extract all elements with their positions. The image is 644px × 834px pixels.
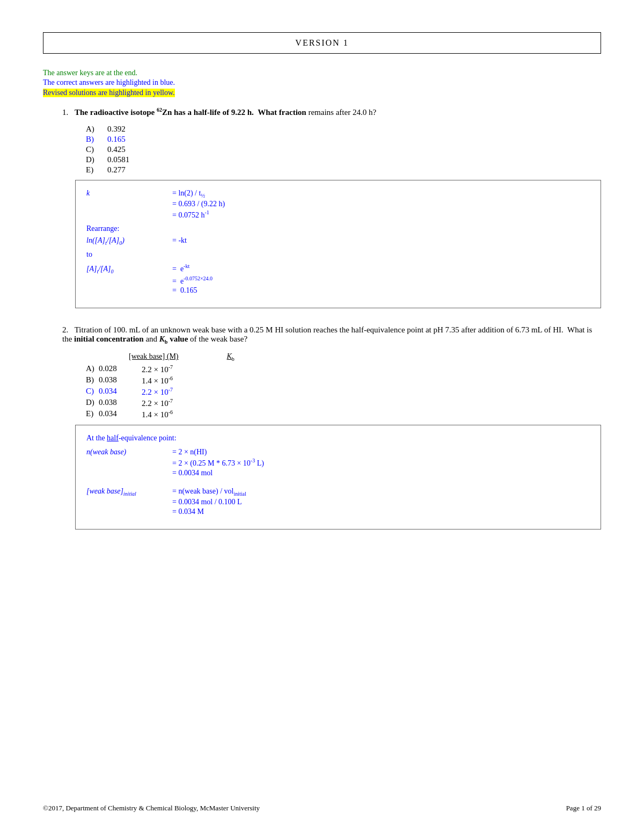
- version-box: VERSION 1: [43, 32, 601, 54]
- q2-option-d: D) 0.038 2.2 × 10-7: [86, 398, 601, 408]
- sol2-conc-row2: = 0.0034 mol / 0.100 L: [86, 498, 590, 506]
- question-2-number: 2.: [62, 325, 68, 334]
- option-1c: C) 0.425: [86, 145, 601, 154]
- notices-block: The answer keys are at the end. The corr…: [43, 69, 601, 107]
- question-1-number: 1.: [62, 108, 68, 117]
- sol-k-row1: k = ln(2) / t½: [86, 189, 590, 199]
- question-1: 1. The radioactive isotope 62Zn has a ha…: [43, 107, 601, 308]
- sol-to: to: [86, 250, 590, 259]
- revised-notice: Revised solutions are highlighted in yel…: [43, 89, 175, 97]
- sol2-header: At the half-equivalence point:: [86, 434, 590, 443]
- question-1-body: The radioactive isotope 62Zn has a half-…: [75, 108, 376, 117]
- correct-notice: The correct answers are highlighted in b…: [43, 78, 601, 87]
- question-1-text: 1. The radioactive isotope 62Zn has a ha…: [62, 107, 601, 117]
- sol-k-section: k = ln(2) / t½ = 0.693 / (9.22 h) = 0.07…: [86, 189, 590, 219]
- option-1e: E) 0.277: [86, 165, 601, 175]
- q2-option-c: C) 0.034 2.2 × 10-7: [86, 387, 601, 397]
- sol-final-section: [A]t/[A]0 = e-kt = e-0.0752×24.0 = 0.165: [86, 263, 590, 295]
- option-1b: B) 0.165: [86, 135, 601, 144]
- sol2-conc-row3: = 0.034 M: [86, 507, 590, 516]
- question-2-text: 2. Titration of 100. mL of an unknown we…: [62, 325, 601, 345]
- sol-ln-row: ln([A]t/[A]0) = -kt: [86, 236, 590, 246]
- q2-option-b: B) 0.038 1.4 × 10-6: [86, 375, 601, 386]
- sol2-conc-row1: [weak base]initial = n(weak base) / voli…: [86, 487, 590, 497]
- q2-options-header: [weak base] (M) Kb: [129, 352, 601, 362]
- footer-page: Page 1 of 29: [566, 804, 601, 813]
- answer-key-notice: The answer keys are at the end.: [43, 69, 601, 77]
- sol-ln-section: ln([A]t/[A]0) = -kt: [86, 236, 590, 246]
- question-1-solution: k = ln(2) / t½ = 0.693 / (9.22 h) = 0.07…: [75, 180, 601, 308]
- question-2-options: [weak base] (M) Kb A) 0.028 2.2 × 10-7 B…: [86, 352, 601, 419]
- sol-k-row2: = 0.693 / (9.22 h): [86, 200, 590, 208]
- sol-k-row3: = 0.0752 h-1: [86, 209, 590, 220]
- sol2-conc-section: [weak base]initial = n(weak base) / voli…: [86, 487, 590, 516]
- sol-final-row1: [A]t/[A]0 = e-kt: [86, 263, 590, 274]
- sol-rearrange: Rearrange:: [86, 224, 590, 233]
- option-1a: A) 0.392: [86, 125, 601, 134]
- sol2-n-row3: = 0.0034 mol: [86, 469, 590, 477]
- q2-option-a: A) 0.028 2.2 × 10-7: [86, 364, 601, 374]
- question-2-solution: At the half-equivalence point: n(weak ba…: [75, 425, 601, 529]
- option-1d: D) 0.0581: [86, 155, 601, 164]
- sol-final-row3: = 0.165: [86, 286, 590, 295]
- page-footer: ©2017, Department of Chemistry & Chemica…: [43, 804, 601, 813]
- sol2-n-row2: = 2 × (0.25 M * 6.73 × 10-3 L): [86, 458, 590, 468]
- version-title: VERSION 1: [295, 38, 348, 47]
- question-2: 2. Titration of 100. mL of an unknown we…: [43, 325, 601, 529]
- sol-final-row2: = e-0.0752×24.0: [86, 275, 590, 286]
- sol2-n-section: n(weak base) = 2 × n(HI) = 2 × (0.25 M *…: [86, 448, 590, 477]
- question-1-options: A) 0.392 B) 0.165 C) 0.425 D) 0.0581 E) …: [86, 125, 601, 175]
- footer-copyright: ©2017, Department of Chemistry & Chemica…: [43, 804, 260, 813]
- q2-option-e: E) 0.034 1.4 × 10-6: [86, 409, 601, 419]
- sol2-n-row1: n(weak base) = 2 × n(HI): [86, 448, 590, 456]
- question-2-body: Titration of 100. mL of an unknown weak …: [62, 325, 592, 343]
